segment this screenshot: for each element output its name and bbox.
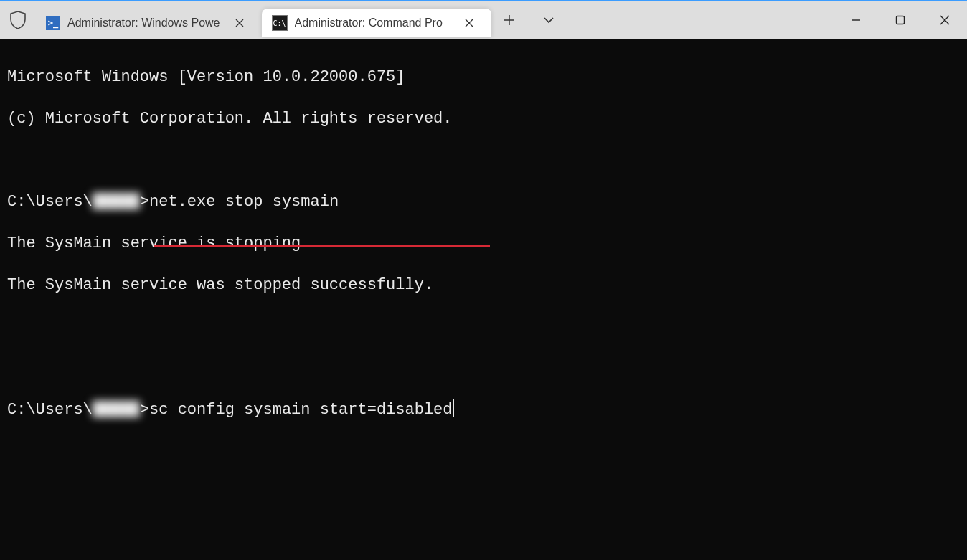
tab-close-cmd[interactable] — [457, 18, 481, 28]
annotation-underline — [154, 245, 490, 247]
titlebar-right-section — [491, 1, 967, 39]
text-cursor — [453, 399, 454, 417]
tab-label: Administrator: Command Pro — [295, 16, 450, 29]
svg-rect-0 — [897, 16, 905, 24]
banner-line: (c) Microsoft Corporation. All rights re… — [7, 108, 960, 129]
titlebar-left-section — [0, 1, 36, 39]
close-icon — [235, 18, 245, 28]
divider — [529, 11, 529, 29]
output-line: The SysMain service is stopping. — [7, 233, 960, 254]
terminal-output[interactable]: Microsoft Windows [Version 10.0.22000.67… — [0, 39, 967, 560]
command-line-2: C:\Users\█████>sc config sysmain start=d… — [7, 399, 960, 420]
banner-line: Microsoft Windows [Version 10.0.22000.67… — [7, 67, 960, 87]
window-titlebar: >_ Administrator: Windows Powe C:\ Admin… — [0, 0, 967, 39]
minimize-icon — [851, 15, 861, 25]
close-icon — [464, 18, 474, 28]
cmd-icon-text: C:\ — [273, 19, 286, 27]
tab-dropdown-button[interactable] — [531, 1, 567, 39]
prompt-sep: > — [140, 401, 149, 419]
tab-label: Administrator: Windows Powe — [67, 16, 220, 29]
prompt-user-obscured: █████ — [93, 401, 140, 419]
chevron-down-icon — [543, 16, 555, 24]
minimize-button[interactable] — [834, 1, 878, 39]
maximize-button[interactable] — [878, 1, 923, 39]
new-tab-button[interactable] — [491, 1, 527, 39]
cmd-icon: C:\ — [272, 15, 288, 31]
prompt-prefix: C:\Users\ — [7, 401, 93, 419]
tab-powershell[interactable]: >_ Administrator: Windows Powe — [36, 9, 262, 37]
blank-line — [7, 316, 960, 337]
prompt-sep: > — [140, 193, 149, 211]
shield-icon — [10, 11, 26, 29]
command-text: sc config sysmain start=disabled — [149, 401, 452, 419]
powershell-icon: >_ — [46, 16, 60, 30]
output-line: The SysMain service was stopped successf… — [7, 275, 960, 295]
close-icon — [940, 15, 950, 25]
command-line-1: C:\Users\█████>net.exe stop sysmain — [7, 191, 960, 212]
powershell-icon-text: >_ — [48, 18, 58, 28]
command-text: net.exe stop sysmain — [149, 193, 339, 211]
plus-icon — [504, 14, 515, 26]
window-controls — [834, 1, 967, 39]
close-window-button[interactable] — [923, 1, 967, 39]
blank-line — [7, 150, 960, 171]
maximize-icon — [895, 15, 905, 25]
blank-line — [7, 358, 960, 379]
tab-close-powershell[interactable] — [227, 18, 252, 28]
prompt-user-obscured: █████ — [93, 193, 140, 211]
tab-command-prompt[interactable]: C:\ Administrator: Command Pro — [262, 9, 491, 37]
prompt-prefix: C:\Users\ — [7, 193, 93, 211]
